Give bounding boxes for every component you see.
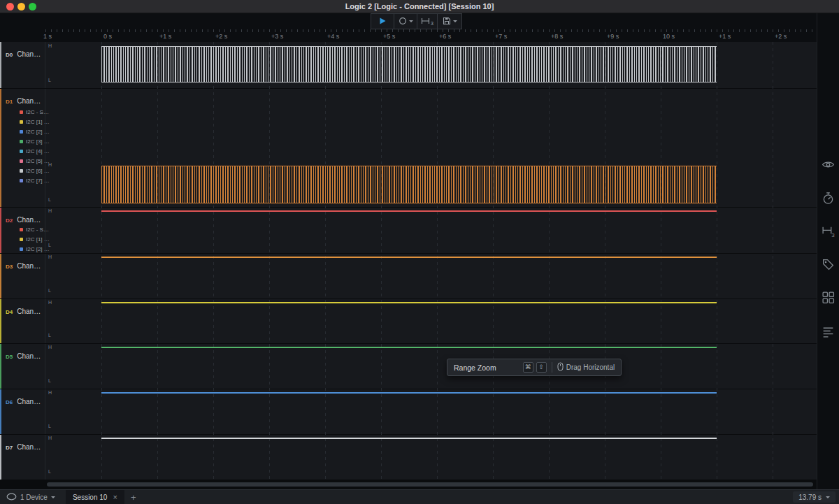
analyzer-color-dot — [20, 150, 23, 153]
analyzer-result-item[interactable]: I2C [4] … — [20, 146, 50, 156]
gridline — [493, 42, 494, 480]
analyzer-result-item[interactable]: I2C [7] … — [20, 175, 50, 185]
channel-id-label: D1 — [6, 99, 13, 105]
measurements-icon — [421, 15, 430, 28]
play-button[interactable] — [371, 13, 394, 29]
gridline — [437, 42, 438, 480]
annotations-eye-icon[interactable] — [822, 158, 835, 171]
play-icon — [378, 15, 387, 28]
waveform-d3[interactable] — [101, 257, 717, 258]
close-tab-button[interactable]: × — [113, 494, 117, 501]
session-tab[interactable]: Session 10 × — [66, 490, 124, 504]
channel-header-d0[interactable]: D0Chan… — [0, 42, 45, 88]
waveform-d0[interactable] — [101, 46, 717, 82]
channel-lane-d7: D7Chan… H L — [0, 435, 817, 480]
capture-toolbar: 3 — [371, 13, 462, 29]
window-title: Logic 2 [Logic - Connected] [Session 10] — [0, 2, 839, 10]
level-low-marker: L — [48, 78, 51, 83]
channel-header-d3[interactable]: D3Chan… — [0, 254, 45, 298]
analyzer-result-list: I2C - S… I2C [1] … I2C [2] … — [20, 224, 50, 254]
waveform-d2[interactable] — [101, 210, 717, 212]
analyzer-result-item[interactable]: I2C [3] … — [20, 136, 50, 146]
level-high-marker: H — [48, 254, 52, 260]
channel-id-label: D7 — [6, 445, 13, 451]
channel-id-label: D2 — [6, 217, 13, 224]
horizontal-scrollbar[interactable] — [0, 480, 817, 489]
channel-id-label: D6 — [6, 399, 13, 405]
channel-header-d5[interactable]: D5Chan… — [0, 344, 45, 389]
export-button[interactable] — [437, 13, 462, 29]
channel-header-d2[interactable]: D2Chan… I2C - S… I2C [1] … I2C [2] … — [0, 208, 45, 253]
waveform-d7[interactable] — [101, 438, 717, 439]
channel-header-d4[interactable]: D4Chan… — [0, 299, 45, 343]
gridline — [773, 42, 773, 480]
analyzer-color-dot — [20, 179, 23, 182]
logic2-window: Logic 2 [Logic - Connected] [Session 10]… — [0, 0, 839, 504]
waveform-d4[interactable] — [101, 302, 717, 303]
gridline — [661, 42, 661, 480]
ruler-label: +6 s — [439, 33, 451, 40]
capture-mode-button[interactable] — [394, 13, 417, 29]
channel-header-d6[interactable]: D6Chan… — [0, 389, 45, 434]
waveform-d1[interactable] — [101, 166, 717, 203]
analyzer-result-item[interactable]: I2C - S… — [20, 224, 50, 234]
channel-name-label: Chan… — [17, 262, 41, 270]
analyzer-result-item[interactable]: I2C [5] … — [20, 156, 50, 166]
range-zoom-tooltip: Range Zoom ⌘ ⇧ Drag Horizontal — [447, 359, 622, 376]
level-low-marker: L — [48, 288, 51, 294]
analyzer-result-item[interactable]: I2C - S… — [20, 107, 50, 117]
device-selector[interactable]: 1 Device — [0, 490, 62, 504]
measurements-icon[interactable]: 3 — [822, 224, 835, 238]
analyzer-result-item[interactable]: I2C [2] … — [20, 244, 50, 254]
level-high-marker: H — [48, 345, 52, 350]
shift-key-icon: ⇧ — [536, 362, 547, 373]
analyzer-color-dot — [20, 159, 23, 163]
tooltip-action-label: Drag Horizontal — [566, 363, 615, 371]
ruler-label: +9 s — [607, 33, 619, 40]
channel-name-label: Chan… — [17, 398, 41, 405]
device-label: 1 Device — [20, 494, 48, 501]
scrollbar-thumb[interactable] — [47, 482, 813, 487]
new-session-button[interactable]: + — [124, 492, 143, 503]
channel-header-d1[interactable]: D1Chan… I2C - S… I2C [1] … I2C [2] … I2C… — [0, 89, 45, 207]
channel-name-label: Chan… — [17, 50, 41, 58]
level-low-marker: L — [48, 378, 51, 384]
analyzer-result-list: I2C - S… I2C [1] … I2C [2] … I2C [3] … I… — [20, 107, 50, 185]
toolbar: 3 — [0, 13, 839, 29]
waveform-area: D0Chan… H L D1Chan… I2C - S… I2C [1] … I… — [0, 42, 817, 480]
gridline — [605, 42, 605, 480]
time-ruler[interactable]: 1 s 0 s +1 s +2 s +3 s +4 s +5 s +6 s +7… — [0, 29, 817, 42]
capture-duration-selector[interactable]: 13.79 s — [793, 491, 836, 503]
titlebar: Logic 2 [Logic - Connected] [Session 10] — [0, 0, 839, 13]
waveform-d6[interactable] — [101, 392, 717, 394]
ruler-label: +5 s — [383, 33, 395, 40]
level-low-marker: L — [48, 197, 51, 203]
analyzer-result-item[interactable]: I2C [6] … — [20, 166, 50, 175]
labels-tag-icon[interactable] — [822, 258, 835, 271]
level-low-marker: L — [48, 243, 51, 248]
measurements-count-badge: 3 — [431, 21, 433, 26]
level-high-marker: H — [48, 300, 52, 305]
analyzer-result-item[interactable]: I2C [1] … — [20, 234, 50, 244]
gridline — [213, 42, 214, 480]
channel-name-label: Chan… — [17, 216, 41, 224]
ruler-label: +8 s — [551, 33, 563, 40]
extensions-grid-icon[interactable] — [822, 291, 835, 304]
ruler-label: +2 s — [215, 33, 227, 40]
timer-icon[interactable] — [822, 192, 835, 205]
analyzer-result-item[interactable]: I2C [2] … — [20, 127, 50, 136]
level-high-marker: H — [48, 208, 52, 214]
ruler-label: 0 s — [103, 33, 112, 40]
ruler-label: +1 s — [719, 33, 731, 40]
measurements-button[interactable]: 3 — [417, 13, 438, 29]
ruler-label: 10 s — [663, 33, 675, 40]
channel-header-d7[interactable]: D7Chan… — [0, 435, 45, 480]
status-bar: 1 Device Session 10 × + 13.79 s — [0, 489, 839, 504]
notes-list-icon[interactable] — [822, 325, 835, 338]
channel-id-label: D0 — [6, 52, 13, 58]
waveform-d5[interactable] — [101, 347, 717, 348]
analyzer-result-item[interactable]: I2C [1] … — [20, 117, 50, 127]
command-key-icon: ⌘ — [523, 362, 533, 373]
level-low-marker: L — [48, 424, 51, 429]
save-icon — [443, 15, 451, 28]
